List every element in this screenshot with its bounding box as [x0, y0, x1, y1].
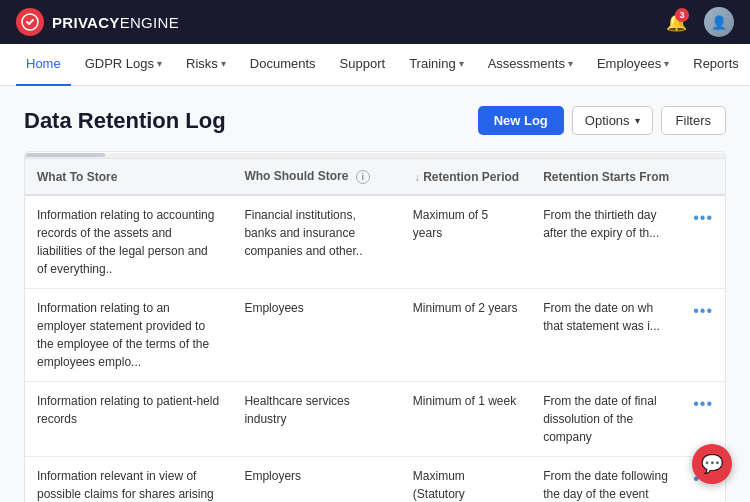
- chat-fab-button[interactable]: 💬: [692, 444, 732, 484]
- sort-icon[interactable]: ↓: [415, 172, 420, 183]
- row-actions-button[interactable]: •••: [693, 302, 713, 319]
- cell-starts: From the date following the day of the e…: [531, 457, 681, 503]
- main-content: Data Retention Log New Log Options ▾ Fil…: [0, 86, 750, 502]
- cell-what: Information relating to patient-held rec…: [25, 382, 232, 457]
- table-row: Information relevant in view of possible…: [25, 457, 725, 503]
- nav-item-training[interactable]: Training ▾: [399, 44, 473, 86]
- table-header-row: What To Store Who Should Store i ↓ Reten…: [25, 159, 725, 195]
- col-header-who: Who Should Store i: [232, 159, 400, 195]
- data-table-wrapper: What To Store Who Should Store i ↓ Reten…: [24, 151, 726, 502]
- data-table: What To Store Who Should Store i ↓ Reten…: [25, 159, 725, 502]
- scroll-bar-area: [25, 153, 725, 159]
- scroll-bar-thumb: [25, 153, 105, 157]
- page-title: Data Retention Log: [24, 108, 226, 134]
- avatar[interactable]: 👤: [704, 7, 734, 37]
- cell-retention: Maximum of 5 years: [401, 195, 531, 289]
- cell-starts: From the thirtieth day after the expiry …: [531, 195, 681, 289]
- chevron-down-icon: ▾: [459, 58, 464, 69]
- chevron-down-icon: ▾: [635, 115, 640, 126]
- cell-what: Information relevant in view of possible…: [25, 457, 232, 503]
- row-actions-button[interactable]: •••: [693, 209, 713, 226]
- logo-text: PRIVACYENGINE: [52, 14, 179, 31]
- nav-item-assessments[interactable]: Assessments ▾: [478, 44, 583, 86]
- cell-starts: From the date of final dissolution of th…: [531, 382, 681, 457]
- options-button[interactable]: Options ▾: [572, 106, 653, 135]
- top-bar: PRIVACYENGINE 🔔 3 👤: [0, 0, 750, 44]
- cell-what: Information relating to accounting recor…: [25, 195, 232, 289]
- cell-starts: From the date on wh that statement was i…: [531, 289, 681, 382]
- avatar-inner: 👤: [704, 7, 734, 37]
- cell-actions: •••: [681, 195, 725, 289]
- notification-button[interactable]: 🔔 3: [662, 8, 690, 36]
- nav-item-risks[interactable]: Risks ▾: [176, 44, 236, 86]
- nav-item-employees[interactable]: Employees ▾: [587, 44, 679, 86]
- cell-retention: Minimum of 1 week: [401, 382, 531, 457]
- chevron-down-icon: ▾: [157, 58, 162, 69]
- cell-actions: •••: [681, 289, 725, 382]
- nav-item-reports[interactable]: Reports: [683, 44, 749, 86]
- col-header-starts: Retention Starts From: [531, 159, 681, 195]
- info-icon[interactable]: i: [356, 170, 370, 184]
- filters-button[interactable]: Filters: [661, 106, 726, 135]
- table-row: Information relating to an employer stat…: [25, 289, 725, 382]
- header-actions: New Log Options ▾ Filters: [478, 106, 726, 135]
- cell-what: Information relating to an employer stat…: [25, 289, 232, 382]
- top-bar-right: 🔔 3 👤: [662, 7, 734, 37]
- nav-item-support[interactable]: Support: [330, 44, 396, 86]
- row-actions-button[interactable]: •••: [693, 395, 713, 412]
- nav-item-home[interactable]: Home: [16, 44, 71, 86]
- cell-who: Financial institutions, banks and insura…: [232, 195, 400, 289]
- cell-who: Employees: [232, 289, 400, 382]
- notification-badge: 3: [675, 8, 689, 22]
- chevron-down-icon: ▾: [221, 58, 226, 69]
- cell-who: Healthcare services industry: [232, 382, 400, 457]
- nav-item-gdpr-logs[interactable]: GDPR Logs ▾: [75, 44, 172, 86]
- col-header-actions: [681, 159, 725, 195]
- chevron-down-icon: ▾: [664, 58, 669, 69]
- cell-retention: Maximum (Statutory Limitation) of 1 Year: [401, 457, 531, 503]
- col-header-what: What To Store: [25, 159, 232, 195]
- logo-area: PRIVACYENGINE: [16, 8, 179, 36]
- page-header: Data Retention Log New Log Options ▾ Fil…: [24, 106, 726, 135]
- new-log-button[interactable]: New Log: [478, 106, 564, 135]
- table-row: Information relating to accounting recor…: [25, 195, 725, 289]
- table-body: Information relating to accounting recor…: [25, 195, 725, 502]
- chat-icon: 💬: [701, 453, 723, 475]
- cell-who: Employers: [232, 457, 400, 503]
- nav-item-documents[interactable]: Documents: [240, 44, 326, 86]
- col-header-retention: ↓ Retention Period: [401, 159, 531, 195]
- logo-icon: [16, 8, 44, 36]
- chevron-down-icon: ▾: [568, 58, 573, 69]
- cell-retention: Minimum of 2 years: [401, 289, 531, 382]
- nav-bar: Home GDPR Logs ▾ Risks ▾ Documents Suppo…: [0, 44, 750, 86]
- table-row: Information relating to patient-held rec…: [25, 382, 725, 457]
